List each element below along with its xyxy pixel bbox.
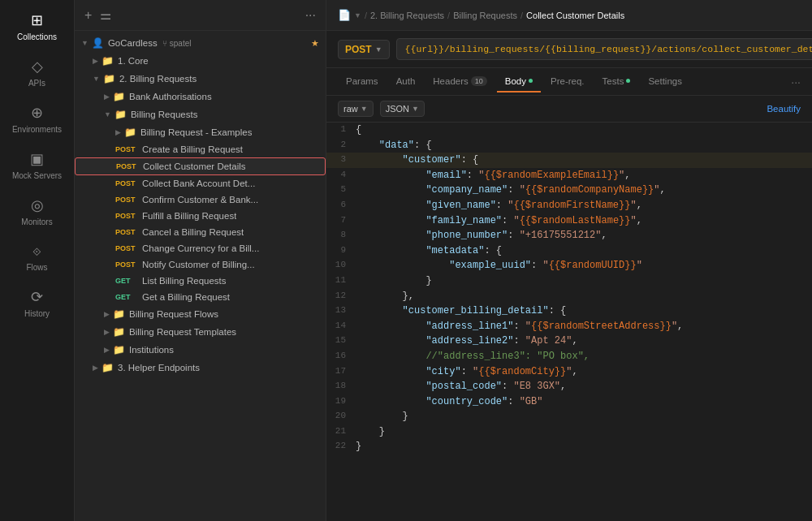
get-badge: GET bbox=[115, 293, 138, 301]
chevron-right-icon: ▶ bbox=[104, 93, 110, 101]
code-content: "data": { bbox=[356, 138, 432, 153]
beautify-button[interactable]: Beautify bbox=[767, 104, 801, 114]
code-content: "example_uuid": "{{$randomUUID}}" bbox=[356, 258, 642, 273]
line-number: 14 bbox=[333, 319, 356, 333]
tree-item-cancel-billing-request-label: Cancel a Billing Request bbox=[142, 227, 244, 237]
folder-icon: 📁 bbox=[114, 109, 127, 120]
line-number: 16 bbox=[333, 349, 356, 363]
tab-params[interactable]: Params bbox=[338, 71, 387, 93]
doc-icon: 📄 bbox=[338, 9, 351, 21]
tree-item-billing-requests-group[interactable]: ▼ 📁 2. Billing Requests bbox=[75, 70, 326, 88]
tree-item-helper-endpoints[interactable]: ▶ 📁 3. Helper Endpoints bbox=[75, 359, 326, 377]
method-select[interactable]: POST ▼ bbox=[338, 40, 390, 59]
tree-item-institutions[interactable]: ▶ 📁 Institutions bbox=[75, 341, 326, 359]
tree-root-label: GoCardless ⑂ spatel bbox=[108, 38, 192, 48]
tree-item-confirm-customer-bank[interactable]: POST Confirm Customer & Bank... bbox=[75, 192, 326, 208]
tree-item-fulfill-billing-request[interactable]: POST Fulfill a Billing Request bbox=[75, 208, 326, 224]
code-content: "postal_code": "E8 3GX", bbox=[356, 379, 566, 394]
filter-button[interactable]: ⚌ bbox=[98, 6, 113, 24]
tree-item-cancel-billing-request[interactable]: POST Cancel a Billing Request bbox=[75, 224, 326, 240]
raw-select[interactable]: raw ▼ bbox=[338, 101, 374, 117]
tree-item-list-billing-requests[interactable]: GET List Billing Requests bbox=[75, 273, 326, 289]
tree-item-get-billing-request[interactable]: GET Get a Billing Request bbox=[75, 289, 326, 305]
chevron-right-icon: ▶ bbox=[93, 364, 98, 372]
tab-prereq[interactable]: Pre-req. bbox=[542, 71, 593, 93]
tab-body-label: Body bbox=[505, 76, 526, 86]
tab-body[interactable]: Body bbox=[497, 71, 541, 93]
code-content: "company_name": "{{$randomCompanyName}}"… bbox=[356, 183, 666, 198]
code-content: "phone_number": "+16175551212", bbox=[356, 228, 607, 243]
nav-environments[interactable]: ⊕ Environments bbox=[0, 96, 74, 142]
tree-item-bank-auth[interactable]: ▶ 📁 Bank Authorisations bbox=[75, 88, 326, 105]
chevron-down-icon: ▼ bbox=[361, 105, 368, 113]
tree-item-billing-request-examples[interactable]: ▶ 📁 Billing Request - Examples bbox=[75, 123, 326, 141]
nav-mock-servers[interactable]: ▣ Mock Servers bbox=[0, 142, 74, 188]
tab-tests[interactable]: Tests bbox=[594, 71, 639, 93]
chevron-down-icon: ▼ bbox=[354, 11, 361, 19]
main-content: 📄 ▼ / 2. Billing Requests / Billing Requ… bbox=[326, 0, 812, 521]
tree-item-create-billing-request[interactable]: POST Create a Billing Request bbox=[75, 141, 326, 157]
post-badge: POST bbox=[116, 162, 139, 170]
nav-history[interactable]: ⟳ History bbox=[0, 280, 74, 326]
code-content: "city": "{{$randomCity}}", bbox=[356, 364, 578, 380]
tree-item-notify-customer[interactable]: POST Notify Customer of Billing... bbox=[75, 256, 326, 273]
tab-headers[interactable]: Headers 10 bbox=[425, 71, 495, 93]
environments-icon: ⊕ bbox=[31, 104, 43, 122]
nav-collections-label: Collections bbox=[17, 32, 57, 41]
tree-item-collect-bank-account[interactable]: POST Collect Bank Account Det... bbox=[75, 175, 326, 192]
folder-icon: 📁 bbox=[113, 91, 125, 102]
json-select[interactable]: JSON ▼ bbox=[380, 101, 425, 117]
add-button[interactable]: + bbox=[83, 6, 93, 24]
tests-dot bbox=[626, 79, 630, 83]
more-tabs-icon[interactable]: ··· bbox=[791, 75, 801, 88]
tree-item-core[interactable]: ▶ 📁 1. Core bbox=[75, 52, 326, 70]
chevron-down-icon: ▼ bbox=[104, 110, 111, 118]
tree-item-change-currency[interactable]: POST Change Currency for a Bill... bbox=[75, 240, 326, 256]
url-text: {{url}}/billing_requests/{{billing_reque… bbox=[405, 44, 812, 54]
tree-item-billing-requests-folder-label: Billing Requests bbox=[131, 110, 197, 119]
tree-root[interactable]: ▼ 👤 GoCardless ⑂ spatel ★ bbox=[75, 34, 326, 52]
chevron-right-icon: ▶ bbox=[104, 328, 110, 336]
line-number: 2 bbox=[333, 138, 356, 152]
nav-apis[interactable]: ◇ APIs bbox=[0, 50, 74, 96]
code-content: "family_name": "{{$randomLastName}}", bbox=[356, 213, 642, 229]
tree-item-collect-customer-details[interactable]: POST Collect Customer Details bbox=[75, 157, 326, 175]
code-line: 18 "postal_code": "E8 3GX", bbox=[326, 379, 812, 394]
more-options-button[interactable]: ··· bbox=[304, 6, 317, 24]
chevron-down-icon: ▼ bbox=[375, 45, 382, 54]
code-content: //"address_line3": "PO box", bbox=[356, 349, 590, 364]
line-number: 12 bbox=[333, 289, 356, 303]
line-number: 1 bbox=[333, 123, 356, 136]
code-content: } bbox=[356, 439, 361, 454]
tree-item-collect-bank-account-label: Collect Bank Account Det... bbox=[142, 179, 255, 188]
tab-settings[interactable]: Settings bbox=[640, 71, 690, 93]
line-number: 17 bbox=[333, 364, 356, 378]
nav-history-label: History bbox=[24, 309, 50, 318]
json-label: JSON bbox=[386, 104, 409, 114]
tree-item-billing-requests-group-label: 2. Billing Requests bbox=[119, 74, 197, 84]
chevron-down-icon: ▼ bbox=[93, 75, 100, 83]
chevron-down-icon: ▼ bbox=[81, 39, 89, 47]
line-number: 18 bbox=[333, 379, 356, 393]
nav-monitors[interactable]: ◎ Monitors bbox=[0, 188, 74, 235]
code-editor[interactable]: 1 { 2 "data": { 3 "customer": { 4 "email… bbox=[326, 123, 812, 521]
folder-icon: 📁 bbox=[113, 326, 125, 338]
nav-flows[interactable]: ⟐ Flows bbox=[0, 235, 74, 280]
tab-headers-label: Headers bbox=[433, 76, 468, 86]
tab-auth[interactable]: Auth bbox=[388, 71, 424, 93]
panel-sidebar: + ⚌ ··· ▼ 👤 GoCardless ⑂ spatel ★ ▶ 📁 1.… bbox=[75, 0, 326, 521]
breadcrumb-doc: 2. Billing Requests bbox=[370, 11, 444, 20]
tab-settings-label: Settings bbox=[648, 76, 682, 86]
tree-item-billing-request-templates[interactable]: ▶ 📁 Billing Request Templates bbox=[75, 323, 326, 341]
nav-apis-label: APIs bbox=[28, 79, 45, 88]
tree-item-billing-request-templates-label: Billing Request Templates bbox=[129, 327, 236, 337]
code-line: 20 } bbox=[326, 409, 812, 424]
post-badge: POST bbox=[115, 228, 138, 236]
folder-icon: 📁 bbox=[113, 308, 125, 320]
line-number: 15 bbox=[333, 334, 356, 347]
tree-item-billing-requests-folder[interactable]: ▼ 📁 Billing Requests bbox=[75, 105, 326, 123]
nav-collections[interactable]: ⊞ Collections bbox=[0, 3, 74, 50]
url-input[interactable]: {{url}}/billing_requests/{{billing_reque… bbox=[396, 38, 812, 60]
tree-item-billing-request-flows[interactable]: ▶ 📁 Billing Request Flows bbox=[75, 305, 326, 323]
tree-item-get-billing-request-label: Get a Billing Request bbox=[142, 292, 230, 302]
